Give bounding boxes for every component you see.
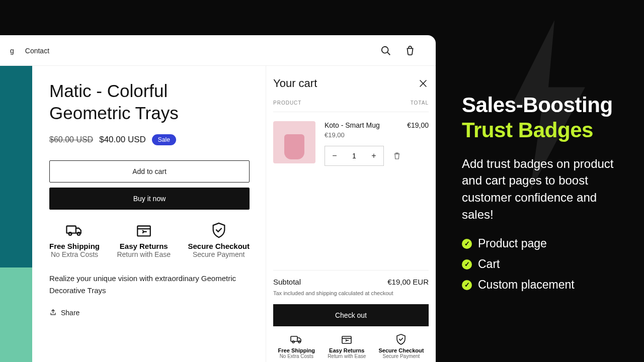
col-product: PRODUCT — [273, 100, 301, 106]
headline: Sales-Boosting Trust Badges — [462, 93, 628, 143]
truck-icon — [290, 333, 302, 345]
cart-item-total: €19,00 — [407, 121, 429, 131]
subtotal-label: Subtotal — [273, 278, 301, 286]
badge-free-shipping: Free Shipping No Extra Costs — [49, 222, 100, 258]
cart-icon[interactable] — [405, 45, 416, 56]
truck-icon — [66, 222, 83, 239]
tax-note: Tax included and shipping calculated at … — [273, 290, 429, 296]
shield-icon — [210, 222, 227, 239]
share-button[interactable]: Share — [49, 309, 249, 317]
marketing-body: Add trust badges on product and cart pag… — [462, 155, 628, 223]
col-total: TOTAL — [411, 100, 429, 106]
badge-secure-checkout: Secure Checkout Secure Payment — [188, 222, 250, 258]
check-icon: ✓ — [462, 259, 472, 269]
qty-value: 1 — [344, 152, 364, 160]
badge-free-shipping: Free Shipping No Extra Costs — [278, 333, 315, 359]
product-image — [0, 66, 32, 362]
shield-icon — [395, 333, 407, 345]
trash-icon[interactable] — [393, 152, 401, 160]
trust-badges-cart: Free Shipping No Extra Costs Easy Return… — [273, 333, 429, 359]
feature-item: ✓ Custom placement — [462, 278, 628, 292]
nav-link[interactable]: g — [10, 47, 14, 55]
cart-item: Koto - Smart Mug €19,00 €19,00 − 1 + — [273, 112, 429, 175]
svg-point-7 — [298, 341, 300, 343]
product-title: Matic - Colorful Geometric Trays — [49, 80, 249, 124]
product-panel: Matic - Colorful Geometric Trays $60.00 … — [32, 66, 266, 362]
svg-rect-1 — [66, 226, 75, 233]
cart-item-image — [273, 121, 315, 163]
cart-panel: Your cart PRODUCT TOTAL Koto - Smart Mug… — [266, 66, 436, 362]
close-icon[interactable] — [418, 78, 429, 89]
checkout-button[interactable]: Check out — [273, 304, 429, 326]
nav-bar: g Contact — [0, 35, 436, 65]
trust-badges-product: Free Shipping No Extra Costs Easy Return… — [49, 222, 250, 258]
badge-easy-returns: Easy Returns Return with Ease — [328, 333, 366, 359]
sale-badge: Sale — [152, 134, 176, 145]
feature-item: ✓ Product page — [462, 237, 628, 250]
cart-item-name: Koto - Smart Mug — [325, 121, 380, 129]
check-icon: ✓ — [462, 239, 472, 249]
quantity-stepper: − 1 + — [325, 146, 384, 166]
subtotal-value: €19,00 EUR — [387, 278, 429, 286]
svg-point-3 — [77, 232, 80, 235]
nav-link-contact[interactable]: Contact — [25, 47, 49, 55]
feature-list: ✓ Product page ✓ Cart ✓ Custom placement — [462, 237, 628, 292]
cart-title: Your cart — [273, 77, 317, 90]
qty-increase-button[interactable]: + — [364, 151, 383, 160]
svg-rect-5 — [291, 336, 297, 341]
product-description: Realize your unique vision with extraord… — [49, 273, 249, 297]
returns-icon — [135, 222, 152, 239]
qty-decrease-button[interactable]: − — [325, 151, 344, 160]
search-icon[interactable] — [380, 45, 391, 56]
returns-icon — [341, 333, 353, 345]
svg-point-2 — [69, 232, 72, 235]
price-sale: $40.00 USD — [99, 135, 146, 145]
marketing-panel: Sales-Boosting Trust Badges Add trust ba… — [462, 93, 628, 299]
svg-point-6 — [292, 341, 294, 343]
price-original: $60.00 USD — [49, 135, 93, 144]
add-to-cart-button[interactable]: Add to cart — [49, 160, 250, 183]
badge-secure-checkout: Secure Checkout Secure Payment — [379, 333, 424, 359]
buy-now-button[interactable]: Buy it now — [49, 188, 250, 210]
badge-easy-returns: Easy Returns Return with Ease — [117, 222, 171, 258]
feature-item: ✓ Cart — [462, 257, 628, 271]
cart-item-unit-price: €19,00 — [325, 131, 429, 139]
check-icon: ✓ — [462, 280, 472, 290]
storefront-frame: g Contact Matic - Colorful Geometric Tra… — [0, 35, 436, 362]
svg-point-0 — [382, 47, 388, 53]
share-icon — [49, 309, 57, 316]
